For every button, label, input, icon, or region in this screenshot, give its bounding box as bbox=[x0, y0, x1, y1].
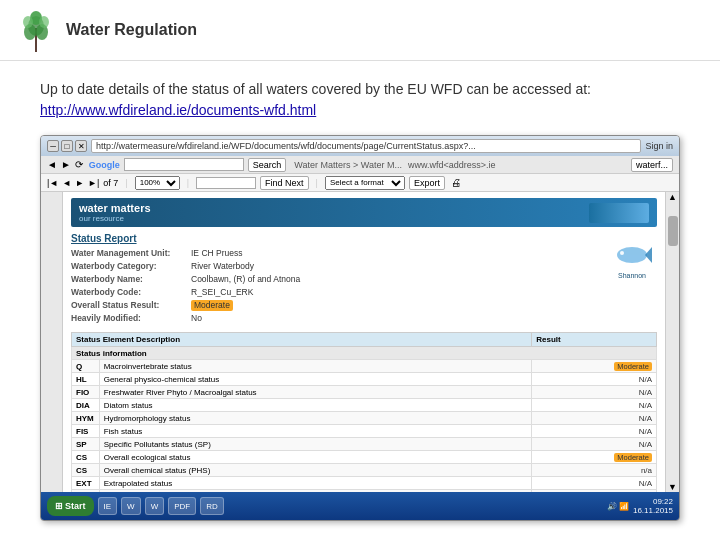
taskbar-pdf[interactable]: PDF bbox=[168, 497, 196, 515]
row-code-fio: FIO bbox=[72, 386, 100, 399]
browser-sidebar bbox=[41, 192, 63, 492]
row-result-mon: YES bbox=[532, 490, 657, 492]
water-tab-btn[interactable]: waterf... bbox=[631, 158, 673, 172]
row-code-cs2: CS bbox=[72, 464, 100, 477]
browser-window: ─ □ ✕ http://watermeasure/wfdireland.ie/… bbox=[40, 135, 680, 521]
browser-scrollbar[interactable]: ▲ ▼ bbox=[665, 192, 679, 492]
overall-label: Overall Status Result: bbox=[71, 300, 191, 311]
nav-forward[interactable]: ► bbox=[61, 159, 71, 170]
row-result-sp: N/A bbox=[532, 438, 657, 451]
report-row-name: Waterbody Name: Coolbawn, (R) of and Atn… bbox=[71, 274, 599, 285]
report-row-code: Waterbody Code: R_SEI_Cu_ERK bbox=[71, 287, 599, 298]
minimize-btn[interactable]: ─ bbox=[47, 140, 59, 152]
table-row: EXT Extrapolated status N/A bbox=[72, 477, 657, 490]
export-btn[interactable]: Export bbox=[409, 176, 445, 190]
system-icons: 🔊 📶 bbox=[607, 502, 629, 511]
page-count: of 7 bbox=[103, 178, 118, 188]
row-result-fio: N/A bbox=[532, 386, 657, 399]
code-value: R_SEI_Cu_ERK bbox=[191, 287, 253, 298]
svg-point-5 bbox=[23, 16, 33, 28]
address-bar[interactable]: http://watermeasure/wfdireland.ie/WFD/do… bbox=[91, 139, 641, 153]
shannon-label: Shannon bbox=[618, 272, 646, 279]
taskbar-word[interactable]: W bbox=[121, 497, 141, 515]
table-section-header: Status information bbox=[72, 347, 657, 360]
nav-prev[interactable]: ◄ bbox=[62, 178, 71, 188]
table-header-result: Result bbox=[532, 333, 657, 347]
wfd-tab-label: www.wfd<address>.ie bbox=[408, 160, 496, 170]
separator2: | bbox=[187, 178, 189, 188]
nav-back[interactable]: ◄ bbox=[47, 159, 57, 170]
main-content: Up to date details of the status of all … bbox=[0, 61, 720, 539]
scroll-thumb[interactable] bbox=[668, 216, 678, 246]
nav-refresh[interactable]: ⟳ bbox=[75, 159, 83, 170]
description-text: Up to date details of the status of all … bbox=[40, 79, 680, 121]
water-matters-header: water matters our resource bbox=[71, 198, 657, 227]
separator3: | bbox=[316, 178, 318, 188]
browser-google-bar: ◄ ► ⟳ Google Search Water Matters > Wate… bbox=[41, 156, 679, 174]
taskbar: ⊞ Start IE W W PDF RD 🔊 📶 09:22 16.11.20… bbox=[41, 492, 679, 520]
status-report-title: Status Report bbox=[71, 233, 599, 244]
status-info-label: Status information bbox=[72, 347, 657, 360]
svg-point-9 bbox=[620, 251, 624, 255]
maximize-btn[interactable]: □ bbox=[61, 140, 73, 152]
nav-first[interactable]: |◄ bbox=[47, 178, 58, 188]
code-label: Waterbody Code: bbox=[71, 287, 191, 298]
taskbar-word2[interactable]: W bbox=[145, 497, 165, 515]
format-select[interactable]: Select a format bbox=[325, 176, 405, 190]
search-btn[interactable]: Search bbox=[248, 158, 287, 172]
row-desc-cs1: Overall ecological status bbox=[99, 451, 532, 464]
scroll-down-btn[interactable]: ▼ bbox=[668, 482, 677, 492]
report-row-wmu: Water Management Unit: IE CH Pruess bbox=[71, 248, 599, 259]
table-row: CS Overall ecological status Moderate bbox=[72, 451, 657, 464]
logo-icon bbox=[16, 8, 56, 52]
table-row: HL General physico-chemical status N/A bbox=[72, 373, 657, 386]
find-next-btn[interactable]: Find Next bbox=[260, 176, 309, 190]
table-row: FIO Freshwater River Phyto / Macroalgal … bbox=[72, 386, 657, 399]
wmu-value: IE CH Pruess bbox=[191, 248, 243, 259]
page-content: water matters our resource Status Report… bbox=[63, 192, 665, 492]
row-result-hl: N/A bbox=[532, 373, 657, 386]
svg-point-6 bbox=[39, 16, 49, 28]
table-row: HYM Hydromorphology status N/A bbox=[72, 412, 657, 425]
table-row: FIS Fish status N/A bbox=[72, 425, 657, 438]
close-btn[interactable]: ✕ bbox=[75, 140, 87, 152]
modified-label: Heavily Modified: bbox=[71, 313, 191, 324]
find-input[interactable] bbox=[196, 177, 256, 189]
overall-value: Moderate bbox=[191, 300, 233, 311]
taskbar-right: 🔊 📶 09:22 16.11.2015 bbox=[607, 497, 673, 515]
wfd-link[interactable]: http://www.wfdireland.ie/documents-wfd.h… bbox=[40, 102, 316, 118]
water-image bbox=[589, 203, 649, 223]
windows-icon: ⊞ bbox=[55, 501, 63, 511]
nav-next-pg[interactable]: ► bbox=[75, 178, 84, 188]
scroll-up-btn[interactable]: ▲ bbox=[668, 192, 677, 202]
row-code-dia: DIA bbox=[72, 399, 100, 412]
row-desc-mon: Monitored main body bbox=[99, 490, 532, 492]
page-header: Water Regulation bbox=[0, 0, 720, 61]
row-result-dia: N/A bbox=[532, 399, 657, 412]
browser-right-controls: Sign in bbox=[645, 141, 673, 151]
taskbar-ie[interactable]: IE bbox=[98, 497, 118, 515]
taskbar-rd[interactable]: RD bbox=[200, 497, 224, 515]
nav-last[interactable]: ►| bbox=[88, 178, 99, 188]
name-value: Coolbawn, (R) of and Atnona bbox=[191, 274, 300, 285]
report-row-overall: Overall Status Result: Moderate bbox=[71, 300, 599, 311]
browser-main-content: water matters our resource Status Report… bbox=[41, 192, 679, 492]
row-result-ext: N/A bbox=[532, 477, 657, 490]
pdf-toolbar: |◄ ◄ ► ►| of 7 | 100% | Find Next | Sele… bbox=[41, 174, 679, 192]
table-row: MON Monitored main body YES bbox=[72, 490, 657, 492]
water-matters-logo: water matters our resource bbox=[79, 202, 151, 223]
table-row: DIA Diatom status N/A bbox=[72, 399, 657, 412]
shannon-fish-icon bbox=[610, 237, 655, 272]
row-desc-cs2: Overall chemical status (PHS) bbox=[99, 464, 532, 477]
zoom-select[interactable]: 100% bbox=[135, 176, 180, 190]
google-search-input[interactable] bbox=[124, 158, 244, 171]
row-desc-ext: Extrapolated status bbox=[99, 477, 532, 490]
sign-in[interactable]: Sign in bbox=[645, 141, 673, 151]
start-button[interactable]: ⊞ Start bbox=[47, 496, 94, 516]
status-table: Status Element Description Result Status… bbox=[71, 332, 657, 492]
status-report-fields: Status Report Water Management Unit: IE … bbox=[71, 233, 599, 326]
row-desc-q: Macroinvertebrate status bbox=[99, 360, 532, 373]
svg-marker-8 bbox=[645, 247, 652, 263]
row-code-q: Q bbox=[72, 360, 100, 373]
printer-icon[interactable]: 🖨 bbox=[451, 177, 461, 188]
